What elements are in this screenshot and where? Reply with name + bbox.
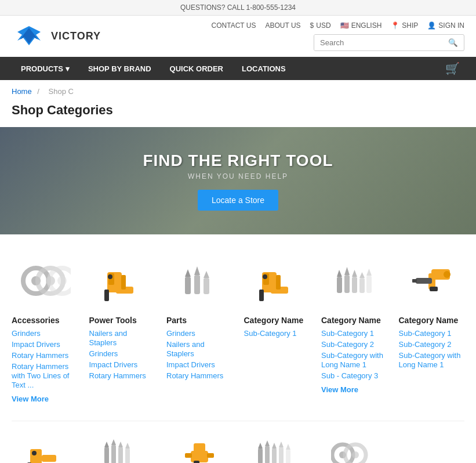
accessories-grinders-link[interactable]: Grinders [12,329,41,338]
list-item: Impact Drivers [12,339,78,349]
nav-bar: PRODUCTS ▾ SHOP BY BRAND QUICK ORDER LOC… [0,57,476,80]
parts-nailers-link[interactable]: Nailers and Staplers [166,340,205,358]
svg-point-5 [57,276,67,285]
bottom-row [0,427,476,463]
svg-rect-32 [366,276,372,293]
ship-link[interactable]: 📍 SHIP [391,21,418,30]
svg-point-70 [352,451,359,458]
cat5-view-more-link[interactable]: View More [321,385,387,394]
svg-marker-29 [352,270,357,277]
svg-rect-52 [194,443,205,452]
svg-rect-56 [207,453,214,458]
search-button[interactable]: 🔍 [442,35,464,50]
svg-rect-41 [42,455,56,462]
contact-us-link[interactable]: CONTACT US [212,21,256,30]
list-item: Sub-Category 1 [321,328,387,338]
list-item: Rotary Hammers with Two Lines of Text ..… [12,361,78,389]
breadcrumb: Home / Shop C [0,80,476,103]
list-item: Nailers and Staplers [166,339,232,358]
list-item: Impact Drivers [89,360,155,369]
accessories-view-more-link[interactable]: View More [12,395,78,403]
category-6-icon [405,255,457,307]
currency-link[interactable]: $ USD [310,21,331,30]
svg-marker-60 [265,440,270,446]
power-tools-grinders-link[interactable]: Grinders [89,349,118,358]
svg-point-43 [32,451,37,455]
category-name-6: Category Name [399,316,465,325]
parts-rotary-hammers-link[interactable]: Rotary Hammers [166,371,223,380]
category-image-6 [399,252,465,310]
locations-nav[interactable]: LOCATIONS [232,57,295,80]
list-item: Grinders [89,349,155,358]
list-item: Rotary Hammers [12,350,78,360]
logo-area: VICTORY [12,23,101,49]
list-item: Sub-Category 1 [244,328,310,338]
search-bar: 🔍 [314,34,464,51]
category-card-power-tools: Power Tools Nailers and Staplers Grinder… [89,252,155,403]
svg-marker-13 [185,269,191,277]
cat6-subcat3-link[interactable]: Sub-Category with Long Name 1 [399,351,461,369]
category-name-5: Category Name [321,316,387,325]
category-links-accessories: Grinders Impact Drivers Rotary Hammers R… [12,328,78,391]
category-name-accessories: Accessories [12,316,78,325]
svg-rect-21 [259,290,264,301]
list-item: Sub-Category with Long Name 1 [399,350,465,369]
about-us-link[interactable]: ABOUT US [265,21,300,30]
locate-store-button[interactable]: Locate a Store [198,190,278,211]
svg-rect-11 [121,275,126,290]
header: VICTORY CONTACT US ABOUT US $ USD 🇺🇸 ENG… [0,16,476,57]
power-tools-impact-drivers-link[interactable]: Impact Drivers [89,360,138,369]
cat4-subcat1-link[interactable]: Sub-Category 1 [244,329,297,338]
category-5-icon [328,255,380,307]
svg-rect-16 [204,278,209,294]
category-card-parts: Parts Grinders Nailers and Staplers Impa… [166,252,232,403]
power-tools-nailers-link[interactable]: Nailers and Staplers [89,329,128,347]
svg-rect-39 [412,279,417,283]
category-links-6: Sub-Category 1 Sub-Category 2 Sub-Catego… [399,328,465,371]
accessories-rotary-hammers-link[interactable]: Rotary Hammers [12,351,68,360]
shop-by-brand-nav[interactable]: SHOP BY BRAND [79,57,161,80]
svg-marker-49 [118,442,123,447]
accessories-rotary-hammers-long-link[interactable]: Rotary Hammers with Two Lines of Text ..… [12,362,69,389]
cat5-subcat2-link[interactable]: Sub-Category 2 [321,340,374,349]
svg-marker-64 [279,442,284,447]
bottom-card-3 [166,433,232,463]
parts-grinders-link[interactable]: Grinders [166,329,195,338]
category-card-6: Category Name Sub-Category 1 Sub-Categor… [399,252,465,403]
bottom-card-1 [12,433,78,463]
cat6-subcat1-link[interactable]: Sub-Category 1 [399,329,452,338]
svg-marker-66 [286,444,290,450]
cat5-subcat1-link[interactable]: Sub-Category 1 [321,329,374,338]
svg-rect-54 [194,461,199,464]
cat5-subcat4-link[interactable]: Sub - Category 3 [321,371,378,380]
hero-banner: FIND THE RIGHT TOOL WHEN YOU NEED HELP L… [0,127,476,234]
parts-impact-drivers-link[interactable]: Impact Drivers [166,360,215,369]
svg-rect-57 [258,448,263,464]
bottom-image-2 [89,433,155,463]
svg-marker-17 [204,271,209,278]
language-link[interactable]: 🇺🇸 ENGLISH [340,21,382,30]
svg-rect-26 [344,275,350,293]
quick-order-nav[interactable]: QUICK ORDER [161,57,232,80]
svg-point-10 [108,274,112,279]
bottom-card-4 [244,433,310,463]
bottom-image-3 [166,433,232,463]
accessories-impact-drivers-link[interactable]: Impact Drivers [12,340,60,349]
parts-icon [173,255,226,307]
svg-marker-25 [337,270,342,277]
cat6-subcat2-link[interactable]: Sub-Category 2 [399,340,452,349]
cat5-subcat3-link[interactable]: Sub-Category with Long Name 1 [321,351,383,369]
home-link[interactable]: Home [12,87,32,96]
section-divider [12,421,464,421]
power-tools-rotary-hammers-link[interactable]: Rotary Hammers [89,371,146,380]
category-links-5: Sub-Category 1 Sub-Category 2 Sub-Catego… [321,328,387,382]
category-card-accessories: Accessories Grinders Impact Drivers Rota… [12,252,78,403]
cart-icon[interactable]: 🛒 [441,57,464,80]
sign-in-link[interactable]: 👤 SIGN IN [427,21,464,30]
svg-marker-58 [258,443,263,448]
category-links-4: Sub-Category 1 [244,328,310,339]
category-links-parts: Grinders Nailers and Staplers Impact Dri… [166,328,232,382]
products-nav[interactable]: PRODUCTS ▾ [12,57,79,80]
list-item: Sub-Category 2 [399,339,465,349]
search-input[interactable] [314,35,442,50]
